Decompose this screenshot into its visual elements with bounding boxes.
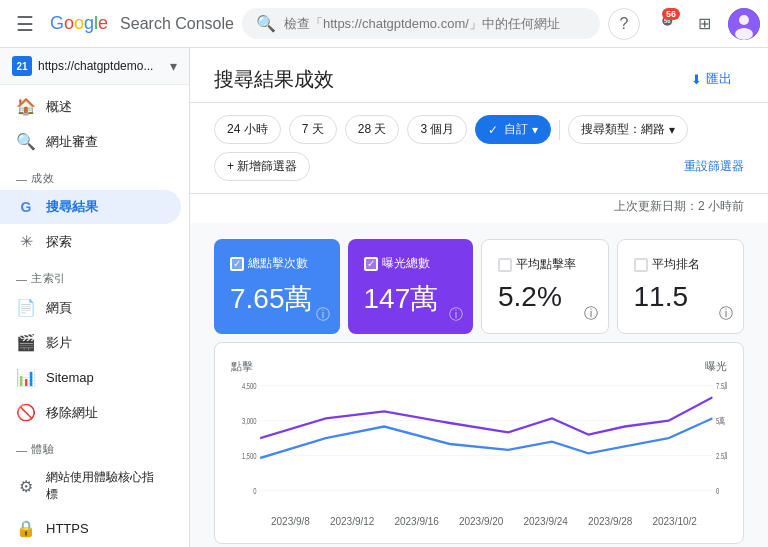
sidebar: 21 https://chatgptdemo... ▾ 🏠 概述 🔍 網址審查 … xyxy=(0,48,190,547)
discover-icon: ✳ xyxy=(16,232,36,251)
filter-custom[interactable]: ✓自訂 ▾ xyxy=(475,115,551,144)
section-label: 體驗 xyxy=(31,442,54,457)
metric-position[interactable]: 平均排名 11.5 ⓘ xyxy=(617,239,745,334)
google-g-icon: G xyxy=(16,199,36,215)
export-icon: ⬇ xyxy=(691,72,702,87)
x-label: 2023/9/16 xyxy=(394,516,439,527)
sidebar-item-overview[interactable]: 🏠 概述 xyxy=(0,89,181,124)
filter-24h[interactable]: 24 小時 xyxy=(214,115,281,144)
x-label: 2023/9/24 xyxy=(523,516,568,527)
sidebar-item-videos[interactable]: 🎬 影片 xyxy=(0,325,181,360)
filter-7d[interactable]: 7 天 xyxy=(289,115,337,144)
metric-impressions-checkbox[interactable]: ✓ xyxy=(364,257,378,271)
info-icon[interactable]: ⓘ xyxy=(316,306,330,324)
filter-3m[interactable]: 3 個月 xyxy=(407,115,467,144)
export-button[interactable]: ⬇ 匯出 xyxy=(679,64,744,94)
account-circle-icon[interactable]: 56 56 xyxy=(648,8,680,40)
sidebar-item-label: 概述 xyxy=(46,98,72,116)
search-icon: 🔍 xyxy=(256,14,276,33)
section-index: — 主索引 xyxy=(0,259,189,290)
sidebar-item-label: 影片 xyxy=(46,334,72,352)
metric-ctr-checkbox[interactable] xyxy=(498,258,512,272)
sidebar-item-label: 網站使用體驗核心指標 xyxy=(46,469,165,503)
add-filter-button[interactable]: + 新增篩選器 xyxy=(214,152,310,181)
top-icons: ? 56 56 ⊞ xyxy=(608,8,760,40)
sidebar-item-core-vitals[interactable]: ⚙ 網站使用體驗核心指標 xyxy=(0,461,181,511)
metric-clicks-value: 7.65萬 xyxy=(230,280,324,318)
avatar[interactable] xyxy=(728,8,760,40)
main-area: 21 https://chatgptdemo... ▾ 🏠 概述 🔍 網址審查 … xyxy=(0,48,768,547)
metric-clicks-checkbox[interactable]: ✓ xyxy=(230,257,244,271)
section-label: 主索引 xyxy=(31,271,65,286)
section-performance: — 成效 xyxy=(0,159,189,190)
sidebar-item-removal[interactable]: 🚫 移除網址 xyxy=(0,395,181,430)
sidebar-item-label: Sitemap xyxy=(46,370,94,385)
export-label: 匯出 xyxy=(706,70,732,88)
sidebar-item-label: 移除網址 xyxy=(46,404,98,422)
metric-position-value: 11.5 xyxy=(634,281,728,313)
metric-clicks[interactable]: ✓ 總點擊次數 7.65萬 ⓘ xyxy=(214,239,340,334)
sidebar-item-label: 網頁 xyxy=(46,299,72,317)
content-area: 搜尋結果成效 ⬇ 匯出 24 小時 7 天 28 天 3 個月 ✓自訂 ▾ 搜尋… xyxy=(190,48,768,547)
video-icon: 🎬 xyxy=(16,333,36,352)
filter-bar: 24 小時 7 天 28 天 3 個月 ✓自訂 ▾ 搜尋類型：網路 ▾ + 新增… xyxy=(190,103,768,194)
sidebar-item-sitemap[interactable]: 📊 Sitemap xyxy=(0,360,181,395)
help-button[interactable]: ? xyxy=(608,8,640,40)
info-icon[interactable]: ⓘ xyxy=(449,306,463,324)
svg-text:0: 0 xyxy=(253,486,257,497)
search-input[interactable] xyxy=(284,16,586,31)
metric-ctr[interactable]: 平均點擊率 5.2% ⓘ xyxy=(481,239,609,334)
home-icon: 🏠 xyxy=(16,97,36,116)
chevron-down-icon: ▾ xyxy=(532,123,538,137)
x-label: 2023/9/8 xyxy=(271,516,310,527)
sidebar-item-pages[interactable]: 📄 網頁 xyxy=(0,290,181,325)
svg-point-4 xyxy=(735,28,753,40)
chevron-down-icon: ▾ xyxy=(669,123,675,137)
site-selector[interactable]: 21 https://chatgptdemo... ▾ xyxy=(0,48,189,85)
filter-28d[interactable]: 28 天 xyxy=(345,115,400,144)
info-icon[interactable]: ⓘ xyxy=(584,305,598,323)
sidebar-item-https[interactable]: 🔒 HTTPS xyxy=(0,511,181,546)
metric-clicks-label: ✓ 總點擊次數 xyxy=(230,255,324,272)
chart-container: 4,500 3,000 1,500 0 7.5萬 5萬 2.5萬 0 xyxy=(231,374,727,514)
notification-badge: 56 xyxy=(662,8,680,20)
svg-text:7.5萬: 7.5萬 xyxy=(716,381,727,392)
app-container: ☰ Google Search Console 🔍 ? 56 56 ⊞ xyxy=(0,0,768,547)
sitemap-icon: 📊 xyxy=(16,368,36,387)
page-header: 搜尋結果成效 ⬇ 匯出 xyxy=(190,48,768,103)
metric-position-checkbox[interactable] xyxy=(634,258,648,272)
vitals-icon: ⚙ xyxy=(16,477,36,496)
sidebar-item-search-results[interactable]: G 搜尋結果 xyxy=(0,190,181,224)
menu-icon[interactable]: ☰ xyxy=(8,4,42,44)
checkmark-icon: ✓ xyxy=(488,123,498,137)
svg-point-3 xyxy=(739,15,749,25)
chart-area: 點擊 曝光 4,500 3,000 1,500 0 xyxy=(214,342,744,544)
top-bar: ☰ Google Search Console 🔍 ? 56 56 ⊞ xyxy=(0,0,768,48)
sidebar-item-discover[interactable]: ✳ 探索 xyxy=(0,224,181,259)
metric-impressions-label: ✓ 曝光總數 xyxy=(364,255,458,272)
metric-ctr-label: 平均點擊率 xyxy=(498,256,592,273)
x-label: 2023/9/28 xyxy=(588,516,633,527)
chart-y-right-label: 曝光 xyxy=(705,359,727,374)
reset-filter-button[interactable]: 重設篩選器 xyxy=(684,158,744,175)
metric-impressions[interactable]: ✓ 曝光總數 147萬 ⓘ xyxy=(348,239,474,334)
info-icon[interactable]: ⓘ xyxy=(719,305,733,323)
section-dash: — xyxy=(16,173,27,185)
search-type-filter[interactable]: 搜尋類型：網路 ▾ xyxy=(568,115,688,144)
sidebar-item-url-inspect[interactable]: 🔍 網址審查 xyxy=(0,124,181,159)
section-experience: — 體驗 xyxy=(0,430,189,461)
search-url-icon: 🔍 xyxy=(16,132,36,151)
x-label: 2023/10/2 xyxy=(652,516,697,527)
svg-text:1,500: 1,500 xyxy=(242,451,257,462)
sidebar-item-label: 探索 xyxy=(46,233,72,251)
page-title: 搜尋結果成效 xyxy=(214,66,334,93)
page-icon: 📄 xyxy=(16,298,36,317)
search-box[interactable]: 🔍 xyxy=(242,8,600,39)
apps-icon[interactable]: ⊞ xyxy=(688,8,720,40)
svg-text:3,000: 3,000 xyxy=(242,416,257,427)
svg-text:0: 0 xyxy=(716,486,720,497)
product-name: Search Console xyxy=(120,15,234,33)
svg-text:2.5萬: 2.5萬 xyxy=(716,451,727,462)
site-icon: 21 xyxy=(12,56,32,76)
last-updated: 上次更新日期：2 小時前 xyxy=(190,194,768,223)
